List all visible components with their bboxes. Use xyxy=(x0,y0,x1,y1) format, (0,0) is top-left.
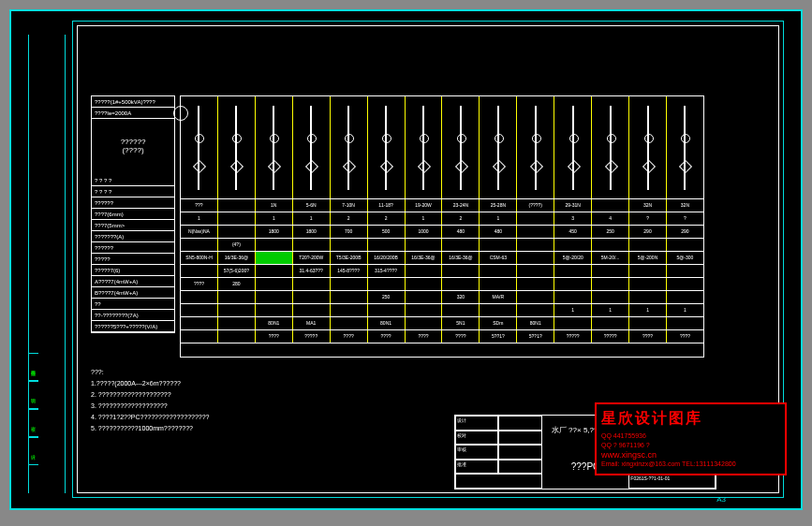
hdr-subtitle: (????) xyxy=(92,146,174,154)
note-label: ???: xyxy=(91,367,210,378)
grid-cell: 250 xyxy=(592,226,629,238)
side-cell: 公共图纸号 xyxy=(29,353,38,381)
grid-cell: 7-10N xyxy=(331,199,368,212)
hr: ????? xyxy=(92,254,174,265)
grid-cell xyxy=(442,304,480,316)
breaker-icon xyxy=(273,106,274,190)
grid-row: 1112212134?? xyxy=(181,212,703,226)
grid-cell: 2 xyxy=(331,212,368,225)
grid-cell: 80N1 xyxy=(368,317,406,329)
grid-cell xyxy=(442,278,480,290)
grid-cell: ???? xyxy=(629,330,667,343)
grid-cell: 5N1 xyxy=(442,317,480,329)
grid-cell xyxy=(592,199,629,212)
hr: ?????? xyxy=(92,242,174,254)
hdr-line2: ????Ie=2000A xyxy=(92,108,174,119)
circuit-col xyxy=(181,96,218,198)
grid-cell xyxy=(256,304,293,316)
hr: ???????(A) xyxy=(92,231,174,242)
grid-cell xyxy=(181,304,218,316)
grid-cell xyxy=(331,317,368,329)
grid-cell: 5??1? xyxy=(517,330,554,343)
note: 4. ????1?2??PC??????????????????? xyxy=(91,412,210,423)
breaker-icon xyxy=(610,106,612,190)
tb-val xyxy=(498,460,541,475)
grid-cell: 5-6N xyxy=(293,199,331,212)
grid-cell xyxy=(331,291,368,303)
circuit-col xyxy=(256,96,293,198)
breaker-icon xyxy=(385,106,387,190)
grid-cell: 700 xyxy=(331,226,368,238)
parameter-block: ?????(1#+500kVA)???? ????Ie=2000A ??????… xyxy=(91,95,175,333)
breaker-icon xyxy=(235,106,237,190)
grid-cell xyxy=(554,278,592,290)
grid-cell xyxy=(293,278,331,290)
grid-cell: 80N1 xyxy=(517,317,554,329)
grid-cell: 1800 xyxy=(293,226,331,238)
grid-cell: 16/3E-36@ xyxy=(218,252,256,264)
grid-cell: 315-4???? xyxy=(368,265,406,277)
grid-cell: N(Nav)NA xyxy=(181,226,218,238)
grid-cell: 1 xyxy=(629,304,667,316)
grid-cell xyxy=(406,317,443,329)
grid-cell: ????? xyxy=(592,330,629,343)
grid-cell: SDm xyxy=(480,317,517,329)
grid-cell: 1 xyxy=(181,212,218,225)
grid-cell: 29-31N xyxy=(554,199,592,212)
cad-viewport: 公共图纸号 说 明 审 核 设 计 ?????(1#+500kVA)???? ?… xyxy=(9,9,803,510)
data-grid: ???1N5-6N7-10N11-18?19-20W23-24N25-28N(?… xyxy=(181,199,703,358)
grid-cell xyxy=(406,278,443,290)
grid-cell xyxy=(629,291,667,303)
note: 5. ???????????1000mm???????? xyxy=(91,423,210,434)
grid-cell xyxy=(480,265,517,277)
breaker-icon xyxy=(684,106,686,190)
circuit-col xyxy=(368,96,406,198)
grid-row: 1111 xyxy=(181,304,703,317)
grid-cell xyxy=(293,239,331,251)
single-line-diagram: ???1N5-6N7-10N11-18?19-20W23-24N25-28N(?… xyxy=(180,95,704,358)
circuit-col xyxy=(480,96,517,198)
circuit-col xyxy=(667,96,703,198)
hr: ? ? ? ? xyxy=(92,175,174,186)
grid-cell: MA1 xyxy=(293,317,331,329)
hdr-title: ?????? (????) xyxy=(92,119,174,175)
grid-cell xyxy=(181,317,218,329)
side-cell: 设 计 xyxy=(29,437,38,465)
grid-cell: ????? xyxy=(554,330,592,343)
grid-cell: (4?) xyxy=(218,239,256,251)
grid-cell: 31.4-63??? xyxy=(293,265,331,277)
grid-cell: 32N xyxy=(629,199,667,212)
grid-cell xyxy=(629,317,667,329)
grid-cell: 1 xyxy=(480,212,517,225)
hr: B????7(4mW+A) xyxy=(92,287,174,299)
grid-row: SN5-800N-H16/3E-36@T20?-200WT5/3E-200B16… xyxy=(181,252,703,265)
grid-cell: ???? xyxy=(368,330,406,343)
grid-row: ???1N5-6N7-10N11-18?19-20W23-24N25-28N(?… xyxy=(181,199,703,212)
grid-cell xyxy=(517,226,554,238)
grid-cell xyxy=(256,239,293,251)
notes-block: ???: 1.?????(2000A---2×6m?????? 2. ?????… xyxy=(91,367,210,434)
breaker-icon xyxy=(535,106,537,190)
grid-cell xyxy=(554,239,592,251)
grid-cell xyxy=(480,278,517,290)
hr: ?????? xyxy=(92,197,174,209)
grid-cell xyxy=(218,291,256,303)
grid-cell: T20?-200W xyxy=(293,252,331,264)
note: 3. ??????????????????? xyxy=(91,401,210,412)
grid-cell: ???? xyxy=(331,330,368,343)
circuit-col xyxy=(442,96,480,198)
tb-dwg-no: F0261S-??1-01-01 xyxy=(628,474,716,489)
grid-row: 250320MA/R xyxy=(181,291,703,304)
grid-cell xyxy=(592,239,629,251)
grid-row: N(Nav)NA18001800700500100048048045025029… xyxy=(181,226,703,239)
grid-cell: T5/3E-200B xyxy=(331,252,368,264)
grid-cell xyxy=(517,291,554,303)
grid-cell xyxy=(629,265,667,277)
grid-cell: 16/20/200B xyxy=(368,252,406,264)
grid-cell xyxy=(256,252,293,264)
grid-cell xyxy=(667,239,703,251)
grid-cell xyxy=(554,291,592,303)
grid-cell xyxy=(218,317,256,329)
grid-cell xyxy=(442,239,480,251)
grid-cell: 5M-20/... xyxy=(592,252,629,264)
